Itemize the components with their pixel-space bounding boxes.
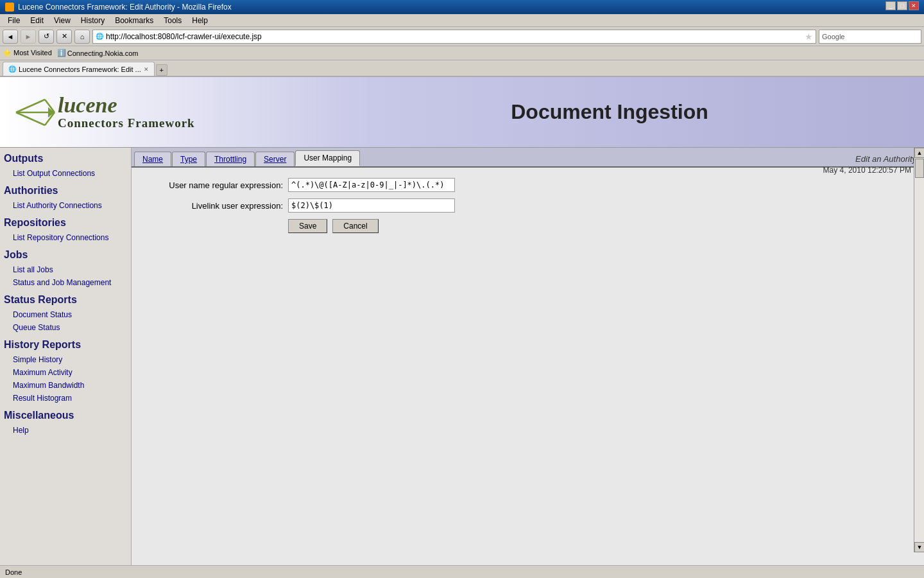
menu-tools[interactable]: Tools [158, 15, 187, 26]
header-title-area: Document Ingestion [295, 100, 924, 124]
browser-tab-active[interactable]: 🌐 Lucene Connectors Framework: Edit ... … [3, 62, 155, 76]
logo-text: lucene Connectors Framework [58, 94, 195, 130]
tab-context-label: Edit an Authority [850, 152, 921, 166]
search-bar: Google 🔍 [819, 30, 921, 44]
sidebar-link-list-repository-connections[interactable]: List Repository Connections [0, 231, 131, 244]
logo: lucene Connectors Framework [13, 93, 195, 132]
sidebar-section-repositories: Repositories [0, 212, 131, 231]
bookmark-star-icon[interactable]: ★ [805, 31, 813, 42]
page-main-title: Document Ingestion [511, 100, 708, 124]
browser-icon [5, 3, 14, 12]
menu-history[interactable]: History [76, 15, 110, 26]
page-header: lucene Connectors Framework Document Ing… [0, 77, 924, 148]
sidebar-link-simple-history[interactable]: Simple History [0, 353, 131, 366]
page-icon: 🌐 [96, 33, 103, 40]
sidebar-section-jobs: Jobs [0, 244, 131, 263]
sidebar-link-list-output-connections[interactable]: List Output Connections [0, 167, 131, 180]
maximize-button[interactable]: □ [897, 1, 907, 10]
home-button[interactable]: ⌂ [74, 30, 90, 44]
sidebar-link-help[interactable]: Help [0, 424, 131, 437]
forward-button[interactable]: ► [21, 30, 36, 44]
form-buttons: Save Cancel [288, 219, 914, 233]
minimize-button[interactable]: _ [886, 1, 896, 10]
content-area: Name Type Throttling Server User Mapping… [132, 148, 924, 565]
sidebar-link-status-job-management[interactable]: Status and Job Management [0, 276, 131, 289]
sidebar-section-status-reports: Status Reports [0, 289, 131, 308]
livelink-user-expr-label: Livelink user expression: [142, 201, 283, 211]
sidebar-link-maximum-activity[interactable]: Maximum Activity [0, 366, 131, 379]
most-visited-bookmark[interactable]: ⭐ Most Visited [3, 49, 52, 57]
search-engine-label: Google [822, 33, 844, 40]
username-regex-input[interactable] [288, 178, 455, 192]
browser-status-bar: Done [0, 565, 924, 578]
svg-line-1 [16, 112, 45, 125]
logo-lucene: lucene [58, 94, 195, 116]
sidebar-section-history-reports: History Reports [0, 334, 131, 353]
sidebar-link-list-authority-connections[interactable]: List Authority Connections [0, 199, 131, 212]
browser-tab-label: Lucene Connectors Framework: Edit ... [19, 66, 141, 73]
menu-help[interactable]: Help [187, 15, 213, 26]
scroll-thumb[interactable] [915, 159, 924, 178]
username-regex-label: User name regular expression: [142, 180, 283, 190]
sidebar-link-document-status[interactable]: Document Status [0, 308, 131, 321]
menu-view[interactable]: View [49, 15, 76, 26]
authority-tabs: Name Type Throttling Server User Mapping… [132, 148, 924, 168]
livelink-user-expr-row: Livelink user expression: [142, 198, 914, 213]
window-controls[interactable]: _ □ ✕ [886, 1, 919, 10]
user-mapping-form: User name regular expression: Livelink u… [132, 168, 924, 565]
sidebar-link-list-all-jobs[interactable]: List all Jobs [0, 263, 131, 276]
browser-tabs-bar: 🌐 Lucene Connectors Framework: Edit ... … [0, 60, 924, 77]
scroll-down-button[interactable]: ▼ [914, 542, 924, 552]
main-layout: Outputs List Output Connections Authorit… [0, 148, 924, 565]
save-button[interactable]: Save [288, 219, 327, 233]
menu-bar: File Edit View History Bookmarks Tools H… [0, 14, 924, 27]
sidebar-link-queue-status[interactable]: Queue Status [0, 321, 131, 334]
reload-button[interactable]: ↺ [38, 30, 54, 44]
tab-throttling[interactable]: Throttling [206, 152, 255, 166]
nokia-bookmark[interactable]: ℹ️ Connecting.Nokia.com [57, 49, 139, 57]
menu-edit[interactable]: Edit [25, 15, 49, 26]
search-input[interactable] [846, 32, 924, 41]
tab-user-mapping[interactable]: User Mapping [295, 150, 360, 166]
sidebar-section-outputs: Outputs [0, 148, 131, 167]
sidebar-section-authorities: Authorities [0, 180, 131, 199]
page-wrapper: lucene Connectors Framework Document Ing… [0, 77, 924, 565]
tab-server[interactable]: Server [255, 152, 295, 166]
scroll-up-button[interactable]: ▲ [914, 148, 924, 158]
close-button[interactable]: ✕ [909, 1, 919, 10]
cancel-button[interactable]: Cancel [332, 219, 378, 233]
sidebar-link-result-histogram[interactable]: Result Histogram [0, 392, 131, 405]
stop-button[interactable]: ✕ [56, 30, 72, 44]
svg-line-0 [16, 100, 45, 112]
tab-type[interactable]: Type [172, 152, 205, 166]
sidebar-link-maximum-bandwidth[interactable]: Maximum Bandwidth [0, 379, 131, 392]
logo-connectors: Connectors Framework [58, 116, 195, 130]
nav-toolbar: ◄ ► ↺ ✕ ⌂ 🌐 ★ Google 🔍 [0, 27, 924, 46]
header-datetime: May 4, 2010 12:20:57 PM [823, 166, 911, 175]
back-button[interactable]: ◄ [3, 30, 18, 44]
address-input[interactable] [106, 32, 802, 41]
browser-titlebar: Lucene Connectors Framework: Edit Author… [0, 0, 924, 14]
bookmarks-bar: ⭐ Most Visited ℹ️ Connecting.Nokia.com [0, 46, 924, 60]
logo-icon [13, 93, 58, 132]
menu-bookmarks[interactable]: Bookmarks [110, 15, 158, 26]
status-text: Done [5, 568, 22, 576]
sidebar-section-miscellaneous: Miscellaneous [0, 405, 131, 424]
sidebar: Outputs List Output Connections Authorit… [0, 148, 132, 565]
tab-close-button[interactable]: ✕ [144, 66, 149, 73]
username-regex-row: User name regular expression: [142, 178, 914, 192]
scroll-track [914, 158, 924, 542]
logo-area: lucene Connectors Framework [0, 87, 295, 138]
tab-name[interactable]: Name [134, 152, 171, 166]
vertical-scrollbar[interactable]: ▲ ▼ [914, 148, 924, 552]
menu-file[interactable]: File [3, 15, 25, 26]
new-tab-button[interactable]: + [156, 64, 167, 76]
livelink-user-expr-input[interactable] [288, 198, 455, 213]
address-bar: 🌐 ★ [92, 30, 816, 44]
browser-title: Lucene Connectors Framework: Edit Author… [18, 3, 232, 12]
